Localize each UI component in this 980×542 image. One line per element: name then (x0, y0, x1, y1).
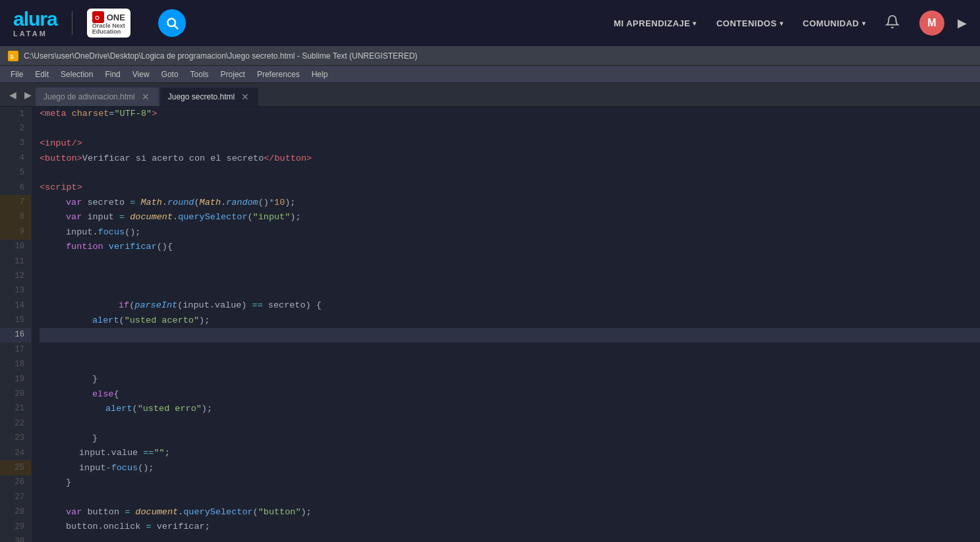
code-content[interactable]: <meta charset="UTF-8"> <input/> <button>… (32, 107, 980, 542)
menu-view[interactable]: View (127, 68, 155, 80)
sublime-icon: S (8, 51, 18, 61)
nav-comunidad[interactable]: COMUNIDAD ▾ (803, 18, 865, 28)
nav-mi-aprendizaje[interactable]: MI APRENDIZAJE ▾ (614, 18, 697, 28)
code-line-7: var secreto = Math.round(Math.random()*1… (40, 195, 980, 209)
gutter-line-16: 16 (0, 328, 31, 342)
top-navigation: alura LATAM O ONE Oracle Next Education (0, 0, 980, 46)
code-line-22 (40, 416, 980, 431)
tab-next-button[interactable]: ▶ (20, 87, 36, 103)
editor-area[interactable]: 1 2 3 4 5 6 7 8 9 10 11 12 13 14 15 16 1… (0, 107, 980, 542)
search-icon (165, 16, 179, 30)
code-line-27 (40, 490, 980, 504)
latam-text: LATAM (13, 30, 57, 38)
gutter-line-4: 4 (0, 151, 31, 165)
more-icon[interactable]: ▶ (958, 16, 967, 30)
alura-logo: alura LATAM (13, 8, 57, 38)
menu-file[interactable]: File (5, 68, 28, 80)
notification-bell[interactable] (885, 14, 900, 32)
gutter-line-29: 29 (0, 520, 31, 534)
tab-close-secreto[interactable]: ✕ (240, 92, 250, 101)
gutter-line-20: 20 (0, 387, 31, 401)
gutter-line-8: 8 (0, 210, 31, 225)
code-line-19: } (40, 372, 980, 387)
code-line-3: <input/> (40, 136, 980, 151)
gutter-line-26: 26 (0, 475, 31, 490)
menu-help[interactable]: Help (306, 68, 333, 80)
code-line-24: input.value ==""; (40, 446, 980, 460)
code-line-16 (40, 328, 980, 342)
nav-right: MI APRENDIZAJE ▾ CONTENIDOS ▾ COMUNIDAD … (614, 11, 967, 36)
code-line-23: } (40, 431, 980, 446)
tab-juego-adivinacion[interactable]: Juego de adivinacion.html ✕ (36, 88, 159, 106)
code-line-28: var button = document.querySelector("but… (40, 505, 980, 520)
gutter-line-2: 2 (0, 121, 31, 136)
code-line-4: <button>Verificar si acerto con el secre… (40, 151, 980, 165)
chevron-down-icon: ▾ (862, 20, 866, 27)
nav-contenidos[interactable]: CONTENIDOS ▾ (716, 18, 783, 28)
menu-edit[interactable]: Edit (30, 68, 54, 80)
search-button[interactable] (158, 9, 186, 37)
svg-line-3 (175, 26, 178, 29)
alura-text: alura (13, 8, 57, 30)
gutter-line-27: 27 (0, 490, 31, 504)
one-text: ONE (107, 13, 125, 22)
code-line-9: input.focus(); (40, 225, 980, 239)
gutter-line-28: 28 (0, 505, 31, 520)
menu-preferences[interactable]: Preferences (252, 68, 305, 80)
code-line-29: button.onclick = verificar; (40, 520, 980, 534)
code-line-14: if(parseInt(input.value) == secreto) { (40, 298, 980, 313)
gutter-line-24: 24 (0, 446, 31, 460)
menu-tools[interactable]: Tools (185, 68, 214, 80)
code-line-30 (40, 534, 980, 542)
gutter-line-10: 10 (0, 240, 31, 254)
gutter-line-5: 5 (0, 166, 31, 180)
oracle-icon: O (92, 11, 104, 23)
gutter-line-13: 13 (0, 284, 31, 298)
gutter-line-6: 6 (0, 180, 31, 195)
code-line-5 (40, 166, 980, 180)
divider (72, 11, 72, 35)
menu-goto[interactable]: Goto (156, 68, 184, 80)
gutter-line-7: 7 (0, 195, 31, 209)
gutter-line-25: 25 (0, 460, 31, 475)
title-bar-text: C:\Users\user\OneDrive\Desktop\Logica de… (24, 51, 417, 61)
chevron-down-icon: ▾ (693, 20, 697, 27)
svg-text:O: O (95, 14, 100, 21)
tab-bar: ◀ ▶ Juego de adivinacion.html ✕ Juego se… (0, 83, 980, 107)
menu-project[interactable]: Project (216, 68, 250, 80)
gutter-line-22: 22 (0, 416, 31, 431)
code-line-17 (40, 342, 980, 357)
code-line-21: alert("usted erro"); (40, 402, 980, 416)
logo-area: alura LATAM O ONE Oracle Next Education (13, 8, 186, 38)
menu-bar: File Edit Selection Find View Goto Tools… (0, 66, 980, 83)
user-avatar[interactable]: M (919, 11, 944, 36)
menu-find[interactable]: Find (100, 68, 125, 80)
tab-prev-button[interactable]: ◀ (5, 87, 20, 103)
code-line-18 (40, 358, 980, 372)
gutter-line-19: 19 (0, 372, 31, 387)
code-line-10: funtion verificar(){ (40, 240, 980, 254)
education-text: Education (92, 29, 121, 35)
code-line-6: <script> (40, 180, 980, 195)
gutter-line-12: 12 (0, 269, 31, 283)
gutter-line-14: 14 (0, 298, 31, 313)
chevron-down-icon: ▾ (780, 20, 784, 27)
code-line-13 (40, 284, 980, 298)
gutter-line-9: 9 (0, 225, 31, 239)
tab-juego-secreto[interactable]: Juego secreto.html ✕ (160, 88, 258, 106)
code-line-20: else{ (40, 387, 980, 401)
code-line-11 (40, 254, 980, 269)
code-line-1: <meta charset="UTF-8"> (40, 107, 980, 121)
tab-close-adivinacion[interactable]: ✕ (140, 92, 151, 101)
line-number-gutter: 1 2 3 4 5 6 7 8 9 10 11 12 13 14 15 16 1… (0, 107, 32, 542)
gutter-line-30: 30 (0, 534, 31, 542)
gutter-line-17: 17 (0, 342, 31, 357)
one-badge: O ONE Oracle Next Education (87, 9, 130, 38)
gutter-line-1: 1 (0, 107, 31, 121)
gutter-line-23: 23 (0, 431, 31, 446)
menu-selection[interactable]: Selection (55, 68, 98, 80)
code-line-25: input-focus(); (40, 460, 980, 475)
code-line-15: alert("usted acerto"); (40, 313, 980, 327)
gutter-line-11: 11 (0, 254, 31, 269)
code-line-26: } (40, 475, 980, 490)
